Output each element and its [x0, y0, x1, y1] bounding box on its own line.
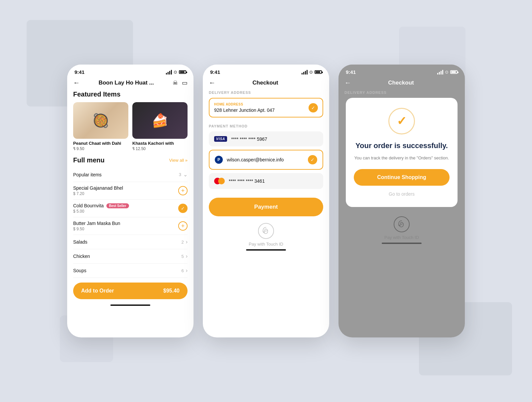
share-icon[interactable]: ☠	[173, 79, 178, 87]
popular-items-row[interactable]: Popular items 3 ⌄	[73, 167, 188, 182]
menu-header: Full menu View all »	[73, 156, 188, 164]
featured-grid: Peanut Chaat with Dahi $ 9.50 Khasta Kac…	[73, 102, 188, 151]
status-bar-1: 9:41 ⊙	[67, 65, 194, 78]
add-to-order-button[interactable]: Add to Order $95.40	[73, 283, 188, 299]
item-name-2: Cold Bournvita	[73, 203, 104, 208]
back-button-3[interactable]: ←	[344, 79, 351, 87]
check-button-2[interactable]: ✓	[178, 204, 188, 213]
chicken-row[interactable]: Chicken 5 ›	[73, 249, 188, 264]
popular-label: Popular items	[73, 172, 102, 177]
food-image-2	[132, 102, 188, 139]
status-time-2: 9:41	[210, 69, 220, 75]
featured-title: Featured Items	[73, 91, 188, 98]
home-indicator-2	[246, 249, 286, 251]
delivery-section-label-3: DELIVERY ADDRESS	[344, 91, 459, 95]
phones-container: 9:41 ⊙ ← Boon Lay Ho Huat ... ☠ ▭	[67, 65, 465, 337]
soups-label: Soups	[73, 268, 86, 273]
paypal-icon: P	[215, 156, 223, 164]
phone-restaurant: 9:41 ⊙ ← Boon Lay Ho Huat ... ☠ ▭	[67, 65, 194, 337]
address-selected-icon: ✓	[309, 103, 318, 112]
nav-title-1: Boon Lay Ho Huat ...	[98, 80, 154, 86]
best-seller-badge: Best Seller	[106, 203, 129, 208]
address-type-label: HOME ADDRESS	[214, 102, 275, 106]
featured-card-2[interactable]: Khasta Kachori with $ 12.50	[132, 102, 188, 151]
paypal-selected-icon: ✓	[308, 155, 317, 164]
mastercard-number: **** **** **** 3461	[229, 178, 318, 184]
bookmark-icon[interactable]: ▭	[182, 79, 188, 87]
nav-actions-1: ☠ ▭	[173, 79, 188, 87]
chicken-count: 5	[181, 254, 184, 259]
status-time-3: 9:41	[346, 69, 356, 75]
payment-visa[interactable]: VISA **** **** **** 5967	[209, 131, 323, 146]
featured-card-1[interactable]: Peanut Chaat with Dahi $ 9.50	[73, 102, 128, 151]
menu-title: Full menu	[73, 156, 104, 164]
featured-name-1: Peanut Chaat with Dahi	[73, 141, 128, 146]
visa-icon: VISA	[214, 136, 227, 142]
wifi-icon-3: ⊙	[445, 70, 449, 75]
soups-row[interactable]: Soups 6 ›	[73, 264, 188, 278]
item-price-1: $ 7.20	[73, 191, 123, 196]
nav-bar-1: ← Boon Lay Ho Huat ... ☠ ▭	[67, 78, 194, 91]
featured-price-2: $ 12.50	[132, 146, 188, 151]
nav-title-3: Checkout	[388, 80, 414, 86]
status-time-1: 9:41	[74, 69, 84, 75]
salads-row[interactable]: Salads 2 ›	[73, 235, 188, 249]
mastercard-icon	[214, 178, 225, 184]
status-bar-3: 9:41 ⊙	[338, 65, 465, 78]
soups-chevron: ›	[186, 268, 188, 274]
touch-id-section-2: Pay with Touch ID	[209, 223, 323, 247]
nav-bar-3: ← Checkout	[338, 78, 465, 91]
status-icons-3: ⊙	[437, 70, 458, 75]
popular-count: 3	[179, 172, 181, 177]
salads-label: Salads	[73, 239, 87, 245]
success-content: DELIVERY ADDRESS ✓ Your order is success…	[338, 91, 465, 240]
status-bar-2: 9:41 ⊙	[203, 65, 329, 78]
fingerprint-icon-3[interactable]	[394, 216, 410, 232]
phone-checkout: 9:41 ⊙ ← Checkout DELIVERY ADDRESS	[203, 65, 329, 337]
payment-mastercard[interactable]: **** **** **** 3461	[209, 173, 323, 189]
wifi-icon-2: ⊙	[309, 70, 313, 75]
view-all-button[interactable]: View all »	[169, 158, 188, 163]
back-button-2[interactable]: ←	[209, 79, 215, 87]
touch-id-label-3: Pay with Touch ID	[384, 235, 419, 240]
address-text: 928 Lehner Junction Apt. 047	[214, 107, 275, 113]
add-button-3[interactable]: +	[178, 221, 188, 231]
item-price-2: $ 5.00	[73, 209, 129, 214]
chicken-chevron: ›	[186, 253, 188, 259]
menu-item-3: Butter Jam Maska Bun $ 9.50 +	[73, 217, 188, 235]
paypal-email: wilson.casper@bernice.info	[227, 157, 304, 162]
success-icon-wrap: ✓	[388, 108, 415, 134]
fingerprint-icon-2[interactable]	[258, 223, 274, 239]
item-name-1: Special Gajananad Bhel	[73, 185, 123, 191]
popular-chevron: ⌄	[183, 171, 188, 178]
battery-icon-2	[315, 70, 322, 74]
payment-section-label: PAYMENT METHOD	[209, 124, 323, 128]
status-icons-2: ⊙	[302, 70, 322, 75]
back-button-1[interactable]: ←	[73, 79, 80, 87]
featured-price-1: $ 9.50	[73, 146, 128, 151]
success-title: Your order is successfully.	[354, 141, 450, 151]
delivery-section-label: DELIVERY ADDRESS	[209, 91, 323, 95]
visa-number: **** **** **** 5967	[231, 136, 318, 142]
success-subtitle: You can track the delivery in the "Order…	[354, 155, 450, 161]
continue-shopping-button[interactable]: Continue Shopping	[354, 169, 450, 186]
go-to-orders-button[interactable]: Go to orders	[389, 191, 415, 197]
home-indicator-1	[110, 304, 150, 306]
battery-icon-3	[450, 70, 458, 74]
wifi-icon-1: ⊙	[174, 70, 177, 75]
phone1-content: Featured Items Peanut Chaat with Dahi $ …	[67, 91, 194, 302]
touch-id-label-2: Pay with Touch ID	[249, 242, 283, 247]
payment-button[interactable]: Payment	[209, 198, 323, 216]
item-name-3: Butter Jam Maska Bun	[73, 221, 120, 226]
signal-icon-1	[166, 70, 172, 75]
add-button-1[interactable]: +	[178, 186, 188, 195]
payment-paypal[interactable]: P wilson.casper@bernice.info ✓	[209, 150, 323, 170]
status-icons-1: ⊙	[166, 70, 186, 75]
success-modal: ✓ Your order is successfully. You can tr…	[346, 98, 458, 207]
signal-icon-2	[302, 70, 308, 75]
item-price-3: $ 9.50	[73, 227, 120, 231]
checkout-content: DELIVERY ADDRESS HOME ADDRESS 928 Lehner…	[203, 91, 329, 247]
featured-name-2: Khasta Kachori with	[132, 141, 188, 146]
success-checkmark: ✓	[397, 114, 407, 128]
address-card[interactable]: HOME ADDRESS 928 Lehner Junction Apt. 04…	[209, 98, 323, 117]
